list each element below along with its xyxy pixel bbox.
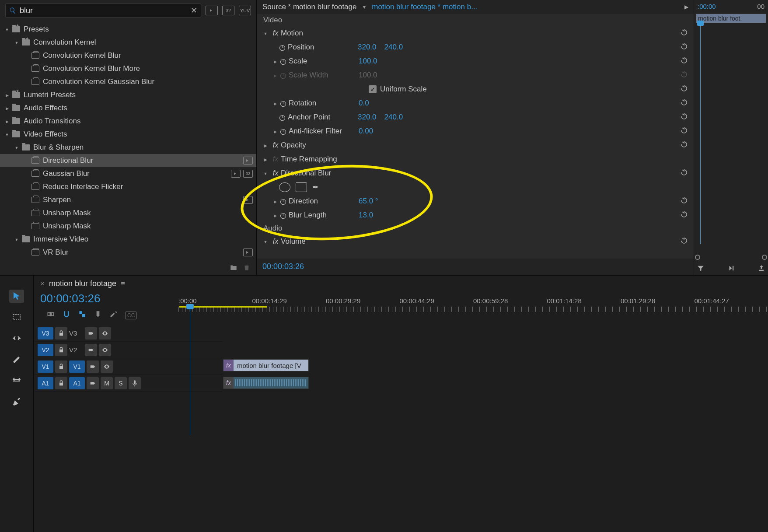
scale-value[interactable]: 100.0 bbox=[359, 57, 377, 66]
track-output-icon[interactable] bbox=[85, 327, 97, 340]
track-target-v2[interactable]: V2 bbox=[38, 344, 53, 356]
antiflicker-value[interactable]: 0.00 bbox=[359, 127, 373, 136]
anchor-x-value[interactable]: 320.0 bbox=[358, 113, 377, 122]
stopwatch-icon[interactable]: ◷ bbox=[280, 127, 289, 136]
32bit-badge[interactable]: 32 bbox=[222, 6, 234, 15]
uniform-scale-checkbox[interactable]: ✓ bbox=[369, 85, 377, 93]
play-icon[interactable]: ▶ bbox=[684, 4, 688, 10]
position-y-value[interactable]: 240.0 bbox=[384, 43, 403, 52]
tree-unsharp-mask-2[interactable]: Unsharp Mask bbox=[0, 220, 256, 233]
uniform-scale-row[interactable]: ✓Uniform Scale bbox=[257, 82, 694, 96]
track-output-icon[interactable] bbox=[85, 344, 97, 356]
tree-vr-blur[interactable]: VR Blur bbox=[0, 246, 256, 259]
stopwatch-icon[interactable]: ◷ bbox=[279, 113, 288, 122]
tree-conv-gauss[interactable]: Convolution Kernel Gaussian Blur bbox=[0, 75, 256, 88]
audio-clip[interactable]: fx bbox=[223, 377, 309, 389]
track-visibility-icon[interactable] bbox=[99, 344, 111, 356]
tree-conv-kernel[interactable]: Convolution Kernel bbox=[0, 36, 256, 49]
tree-conv-blur-more[interactable]: Convolution Kernel Blur More bbox=[0, 62, 256, 75]
anchor-y-value[interactable]: 240.0 bbox=[384, 113, 403, 122]
new-bin-icon[interactable] bbox=[229, 263, 238, 271]
track-v2[interactable]: V2 V2 bbox=[34, 342, 222, 358]
tree-video-effects[interactable]: Video Effects bbox=[0, 128, 256, 141]
antiflicker-row[interactable]: ◷Anti-flicker Filter0.00 bbox=[257, 124, 694, 138]
track-output-icon[interactable] bbox=[87, 360, 99, 373]
track-visibility-icon[interactable] bbox=[101, 360, 113, 373]
trash-icon[interactable] bbox=[242, 263, 251, 271]
reset-icon[interactable] bbox=[678, 210, 690, 220]
track-lock-icon[interactable] bbox=[55, 344, 67, 356]
tree-conv-blur[interactable]: Convolution Kernel Blur bbox=[0, 49, 256, 62]
close-tab-icon[interactable]: × bbox=[40, 280, 45, 288]
rect-mask-icon[interactable] bbox=[296, 182, 307, 192]
motion-effect-row[interactable]: fxMotion bbox=[257, 26, 694, 40]
settings-icon[interactable] bbox=[109, 310, 118, 321]
pen-mask-icon[interactable]: ✒ bbox=[312, 182, 319, 192]
track-lock-icon[interactable] bbox=[55, 360, 67, 373]
anchor-point-row[interactable]: ◷Anchor Point320.0240.0 bbox=[257, 110, 694, 124]
track-lock-icon[interactable] bbox=[55, 327, 67, 340]
mini-playhead[interactable] bbox=[700, 24, 701, 244]
blur-length-row[interactable]: ◷Blur Length13.0 bbox=[257, 208, 694, 222]
pen-tool[interactable] bbox=[9, 395, 24, 408]
ellipse-mask-icon[interactable] bbox=[279, 182, 290, 192]
timeline-clips-area[interactable]: fx motion blur footage [V fx bbox=[222, 325, 768, 392]
volume-effect-row[interactable]: fxVolume bbox=[257, 234, 694, 248]
reset-icon[interactable] bbox=[678, 168, 690, 178]
tree-blur-sharpen[interactable]: Blur & Sharpen bbox=[0, 141, 256, 154]
tree-sharpen[interactable]: Sharpen bbox=[0, 193, 256, 206]
track-v1[interactable]: V1 V1 bbox=[34, 358, 222, 375]
slip-tool[interactable] bbox=[9, 374, 24, 387]
razor-tool[interactable] bbox=[9, 353, 24, 366]
tree-presets[interactable]: Presets bbox=[0, 23, 256, 36]
source-dropdown-icon[interactable]: ▼ bbox=[362, 4, 367, 10]
source-patch-v1[interactable]: V1 bbox=[38, 360, 53, 373]
track-solo-button[interactable]: S bbox=[115, 377, 127, 389]
effects-search-input[interactable] bbox=[16, 6, 191, 15]
timeline-playhead[interactable] bbox=[190, 304, 190, 435]
time-remapping-row[interactable]: fxTime Remapping bbox=[257, 152, 694, 166]
cc-icon[interactable]: CC bbox=[125, 312, 137, 319]
direction-row[interactable]: ◷Direction65.0 ° bbox=[257, 194, 694, 208]
tree-immersive[interactable]: Immersive Video bbox=[0, 233, 256, 246]
track-select-tool[interactable] bbox=[9, 311, 24, 324]
track-target-v3[interactable]: V3 bbox=[38, 327, 53, 340]
direction-value[interactable]: 65.0 ° bbox=[359, 197, 378, 206]
reset-icon[interactable] bbox=[678, 237, 690, 247]
reset-icon[interactable] bbox=[678, 140, 690, 150]
scale-row[interactable]: ◷Scale100.0 bbox=[257, 54, 694, 68]
rotation-row[interactable]: ◷Rotation0.0 bbox=[257, 96, 694, 110]
tree-gaussian-blur[interactable]: Gaussian Blur32 bbox=[0, 167, 256, 180]
stopwatch-icon[interactable]: ◷ bbox=[279, 43, 288, 52]
tree-audio-effects[interactable]: Audio Effects bbox=[0, 102, 256, 115]
tree-directional-blur[interactable]: Directional Blur bbox=[0, 154, 256, 167]
stopwatch-icon[interactable]: ◷ bbox=[280, 211, 289, 220]
sequence-label[interactable]: motion blur footage * motion b... bbox=[372, 3, 681, 11]
fx-icon[interactable]: fx bbox=[270, 29, 281, 37]
effect-controls-timecode[interactable]: 00:00:03:26 bbox=[257, 259, 694, 275]
reset-icon[interactable] bbox=[678, 84, 690, 94]
ripple-edit-tool[interactable] bbox=[9, 332, 24, 345]
timeline-ruler[interactable]: :00:0000:00:14:2900:00:29:2900:00:44:290… bbox=[178, 294, 768, 322]
yuv-badge[interactable]: YUV bbox=[239, 6, 251, 15]
reset-icon[interactable] bbox=[678, 112, 690, 122]
video-clip[interactable]: fx motion blur footage [V bbox=[223, 359, 309, 371]
tree-reduce-interlace[interactable]: Reduce Interlace Flicker bbox=[0, 180, 256, 193]
track-lock-icon[interactable] bbox=[55, 377, 67, 389]
position-row[interactable]: ◷Position320.0240.0 bbox=[257, 40, 694, 54]
linked-selection-icon[interactable] bbox=[78, 310, 87, 321]
stopwatch-icon[interactable]: ◷ bbox=[280, 197, 289, 206]
fx-icon[interactable]: fx bbox=[270, 155, 281, 163]
tree-audio-transitions[interactable]: Audio Transitions bbox=[0, 115, 256, 128]
track-target-v1[interactable]: V1 bbox=[69, 360, 85, 373]
selection-tool[interactable] bbox=[9, 290, 24, 303]
voiceover-icon[interactable] bbox=[129, 377, 141, 389]
mini-zoom-scroll[interactable] bbox=[694, 255, 768, 262]
reset-icon[interactable] bbox=[678, 42, 690, 52]
filter-icon[interactable] bbox=[697, 264, 705, 272]
effects-search-box[interactable]: ✕ bbox=[5, 4, 201, 18]
directional-blur-effect-row[interactable]: fxDirectional Blur bbox=[257, 166, 694, 180]
tree-unsharp-mask-1[interactable]: Unsharp Mask bbox=[0, 206, 256, 220]
blur-length-value[interactable]: 13.0 bbox=[359, 211, 373, 220]
reset-icon[interactable] bbox=[678, 98, 690, 108]
